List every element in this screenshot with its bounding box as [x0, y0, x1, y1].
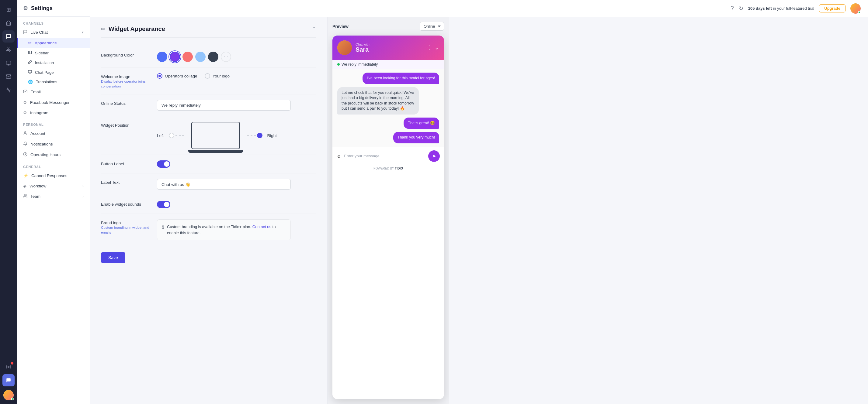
sidebar-item-sidebar[interactable]: Sidebar [17, 48, 90, 58]
radio-operators-collage[interactable]: Operators collage [157, 73, 197, 79]
sidebar-item-label: Operating Hours [30, 153, 61, 157]
livechat-icon [23, 30, 27, 35]
widget-status-bar: We reply immediately [333, 60, 444, 69]
color-swatch-lightblue[interactable] [195, 52, 206, 62]
form-title-icon: ✏ [101, 26, 105, 33]
sidebar-item-translations[interactable]: 🌐 Translations [17, 77, 90, 87]
svg-rect-5 [29, 51, 32, 54]
widget-minimize-icon[interactable]: ⌄ [435, 44, 439, 51]
dot-line-right [247, 135, 256, 136]
header-gear-icon: ⚙ [23, 5, 28, 11]
nav-chat-bubble[interactable] [2, 374, 14, 386]
facebook-icon: ⚙ [23, 100, 27, 105]
sidebar-item-facebook[interactable]: ⚙ Facebook Messenger [17, 97, 90, 107]
icon-nav: ⊞ [0, 0, 17, 404]
upgrade-button[interactable]: Upgrade [819, 4, 845, 12]
left-label: Left [157, 133, 164, 138]
bg-color-content: ··· [157, 52, 316, 62]
label-text-input[interactable] [157, 179, 291, 190]
sidebar-item-livechat[interactable]: Live Chat ▾ [17, 27, 90, 38]
brand-logo-sublabel: Custom branding in widget and emails [101, 225, 150, 235]
color-swatch-blue[interactable] [157, 52, 167, 62]
help-icon[interactable]: ? [731, 5, 734, 11]
sidebar-item-label: Translations [36, 79, 57, 84]
nav-contacts[interactable] [2, 57, 14, 69]
sidebar-item-account[interactable]: Account [17, 128, 90, 139]
right-label: Right [267, 133, 277, 138]
bg-color-label: Background Color [101, 52, 150, 58]
widget-footer: POWERED BY TIDIO [333, 165, 444, 172]
widget-more-icon[interactable]: ⋮ [427, 44, 432, 51]
nav-chat[interactable] [2, 30, 14, 42]
dot-line-left [176, 135, 184, 136]
widget-header: Chat with Sara ⋮ ⌄ [333, 36, 444, 60]
sidebar-item-operating-hours[interactable]: Operating Hours [17, 149, 90, 160]
settings-badge [11, 362, 13, 365]
sidebar-item-email[interactable]: Email [17, 87, 90, 97]
color-swatch-purple[interactable] [170, 52, 180, 62]
sidebar-item-chatpage[interactable]: Chat Page [17, 67, 90, 77]
sidebar-item-canned[interactable]: ⚡ Canned Responses [17, 170, 90, 181]
content-preview: ✏ Widget Appearance ⌃ Background Color ·… [90, 17, 868, 404]
brand-logo-label: Brand logo Custom branding in widget and… [101, 219, 150, 235]
nav-users[interactable] [2, 44, 14, 56]
radio-label-logo: Your logo [213, 74, 230, 78]
form-row-brand-logo: Brand logo Custom branding in widget and… [101, 214, 316, 246]
sidebar-item-label: Installation [35, 61, 54, 65]
right-position-dot[interactable] [257, 133, 262, 138]
widget-input-placeholder[interactable]: Enter your message... [344, 154, 425, 158]
nav-settings[interactable] [2, 361, 14, 373]
canned-icon: ⚡ [23, 173, 28, 178]
color-swatch-coral[interactable] [183, 52, 193, 62]
form-row-widget-sounds: Enable widget sounds [101, 195, 316, 214]
chat-widget-preview: Chat with Sara ⋮ ⌄ We reply immediately … [333, 36, 444, 399]
account-icon [23, 131, 27, 136]
preview-title: Preview [333, 24, 348, 29]
button-label-content [157, 160, 316, 168]
sidebar-item-label: Notifications [30, 142, 53, 146]
radio-your-logo[interactable]: Your logo [205, 73, 230, 79]
sidebar-item-label: Account [30, 131, 45, 136]
contact-us-link[interactable]: Contact us [252, 225, 271, 229]
widget-avatar [337, 40, 352, 55]
form-row-bg-color: Background Color ··· [101, 46, 316, 68]
form-header-left: ✏ Widget Appearance [101, 26, 165, 33]
preview-status-select[interactable]: Online Away Offline [420, 22, 444, 31]
button-label-toggle[interactable] [157, 160, 170, 168]
widget-sounds-content [157, 201, 316, 208]
welcome-image-radio-group: Operators collage Your logo [157, 73, 316, 79]
color-swatch-dark[interactable] [208, 52, 218, 62]
instagram-icon: ⚙ [23, 110, 27, 115]
sidebar-item-team[interactable]: Team › [17, 191, 90, 202]
button-label-label: Button Label [101, 160, 150, 166]
sidebar-item-label: Team [30, 194, 40, 199]
team-chevron: › [83, 195, 84, 198]
right-dots [247, 133, 262, 138]
form-row-widget-position: Widget Position Left [101, 116, 316, 155]
collapse-button[interactable]: ⌃ [312, 26, 316, 33]
emoji-icon[interactable]: ☺ [337, 154, 341, 159]
left-position-dot[interactable] [169, 133, 174, 138]
sidebar-item-label: Chat Page [35, 70, 54, 75]
widget-sounds-label: Enable widget sounds [101, 201, 150, 207]
sidebar-item-appearance[interactable]: ✏ Appearance [17, 38, 90, 48]
widget-header-text: Chat with Sara [355, 42, 423, 53]
sidebar-item-notifications[interactable]: Notifications [17, 139, 90, 149]
sidebar-item-instagram[interactable]: ⚙ Instagram [17, 107, 90, 118]
refresh-icon[interactable]: ↻ [739, 5, 743, 12]
more-colors-button[interactable]: ··· [221, 52, 231, 62]
online-status-input[interactable] [157, 100, 291, 110]
svg-point-12 [24, 194, 26, 196]
nav-dashboard[interactable]: ⊞ [2, 4, 14, 16]
widget-send-button[interactable]: ➤ [428, 150, 440, 162]
widget-sounds-toggle[interactable] [157, 201, 170, 208]
nav-email[interactable] [2, 70, 14, 82]
nav-analytics[interactable] [2, 84, 14, 96]
save-button[interactable]: Save [101, 252, 125, 263]
sidebar-item-label: Facebook Messenger [30, 100, 70, 105]
widget-messages: I've been looking for this model for age… [333, 69, 444, 147]
sidebar-item-installation[interactable]: Installation [17, 58, 90, 67]
nav-home[interactable] [2, 17, 14, 29]
sidebar-item-workflow[interactable]: ◈ Workflow › [17, 181, 90, 191]
notifications-icon [23, 141, 27, 147]
